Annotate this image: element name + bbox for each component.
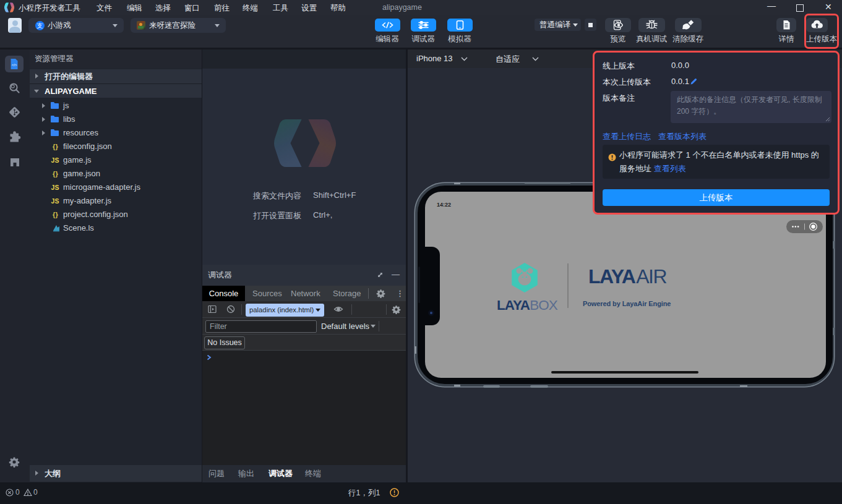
svg-text:</>: </>: [12, 63, 17, 67]
